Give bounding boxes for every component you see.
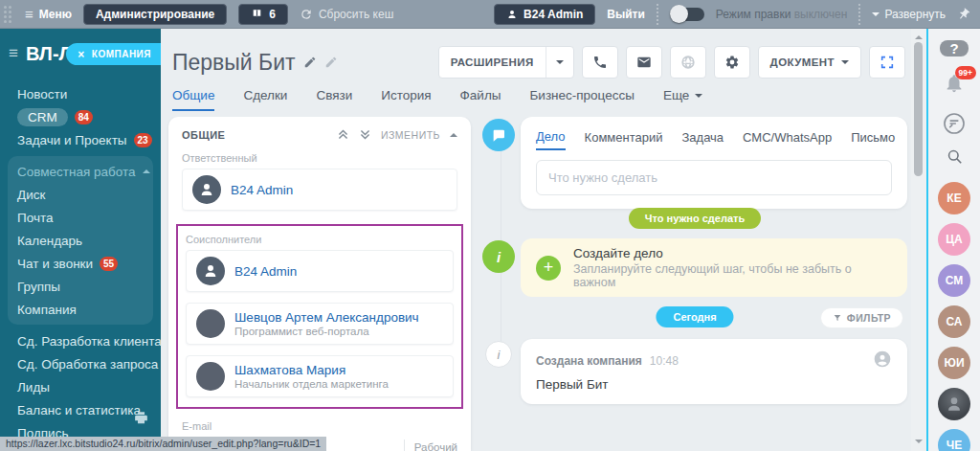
expand-topbar-button[interactable]: Развернуть <box>872 8 946 21</box>
activity-tab-comment[interactable]: Комментарий <box>585 130 663 149</box>
user-button[interactable]: B24 Admin <box>494 4 595 25</box>
logout-link[interactable]: Выйти <box>607 8 645 21</box>
tab-relations[interactable]: Связи <box>316 88 352 109</box>
globe-icon <box>680 55 696 70</box>
expand-all-icon[interactable] <box>359 128 371 141</box>
close-icon[interactable]: × <box>78 48 85 61</box>
website-button[interactable] <box>670 46 706 79</box>
recent-user-avatar[interactable]: СМ <box>938 264 970 297</box>
event-body: Первый Бит <box>536 377 892 392</box>
menu-button[interactable]: ≡ Меню <box>25 6 72 22</box>
entity-tabs: Общие Сделки Связи История Файлы Бизнес-… <box>161 82 911 117</box>
edit-title-icon-secondary[interactable] <box>324 56 338 69</box>
todo-input[interactable] <box>536 160 892 195</box>
mail-icon <box>636 55 652 70</box>
extensions-button[interactable]: РАСШИРЕНИЯ <box>438 46 574 79</box>
edit-title-icon[interactable] <box>303 56 317 69</box>
coexecutor-row[interactable]: Шахматова Мария Начальник отдела маркети… <box>186 355 454 397</box>
chevron-up-icon <box>143 166 150 173</box>
timeline-column: Дело Комментарий Задача СМС/WhatsApp Пис… <box>482 117 907 451</box>
help-button[interactable]: ? <box>940 40 969 56</box>
activity-tab-deal[interactable]: Дело <box>536 129 566 150</box>
tasks-counter-badge: 23 <box>134 133 152 147</box>
tab-more[interactable]: Еще <box>663 88 702 109</box>
sidebar-item-calendar[interactable]: Календарь <box>8 229 153 252</box>
feedback-button[interactable] <box>940 110 969 137</box>
scroll-down-arrow[interactable] <box>915 440 923 447</box>
activity-tab-letter[interactable]: Письмо <box>851 130 895 149</box>
sidebar-item-news[interactable]: Новости <box>0 82 161 105</box>
company-filter-badge[interactable]: × КОМПАНИЯ <box>66 43 161 65</box>
crm-counter-badge: 84 <box>75 110 93 124</box>
sidebar-item-request-processing[interactable]: Сд. Обработка запроса <box>0 352 161 375</box>
document-button[interactable]: ДОКУМЕНТ <box>758 46 861 79</box>
sidebar-item-collaboration[interactable]: Совместная работа <box>8 160 153 183</box>
activity-tab-sms[interactable]: СМС/WhatsApp <box>743 130 832 149</box>
refresh-icon <box>300 8 313 21</box>
search-icon <box>946 147 964 166</box>
sidebar-item-tasks[interactable]: Задачи и Проекты 23 <box>0 128 161 151</box>
call-button[interactable] <box>582 46 618 79</box>
recent-user-avatar[interactable]: КЕ <box>938 182 970 214</box>
scroll-up-arrow[interactable] <box>915 32 923 39</box>
activity-tab-task[interactable]: Задача <box>681 130 724 149</box>
collapse-section-icon[interactable] <box>450 131 457 139</box>
responsible-row[interactable]: B24 Admin <box>182 169 457 211</box>
settings-button[interactable] <box>714 46 750 79</box>
tab-deals[interactable]: Сделки <box>243 88 287 109</box>
tab-history[interactable]: История <box>381 88 431 109</box>
responsible-label: Ответственный <box>182 152 457 164</box>
main-content: Первый Бит РАСШИРЕНИЯ ДОКУМЕНТ <box>161 29 911 451</box>
scrollbar-thumb[interactable] <box>914 42 923 176</box>
sidebar-item-leads[interactable]: Лиды <box>0 375 161 398</box>
email-label: E-mail <box>182 420 457 432</box>
drag-grip-icon[interactable] <box>4 6 11 23</box>
add-activity-icon[interactable]: + <box>536 256 561 281</box>
fullscreen-button[interactable] <box>869 46 905 79</box>
chevron-down-icon <box>695 94 702 101</box>
tab-bizproc[interactable]: Бизнес-процессы <box>529 88 634 109</box>
sidebar-item-client-dev[interactable]: Сд. Разработка клиента <box>0 329 161 352</box>
recent-user-avatar[interactable]: СА <box>938 305 970 338</box>
filter-button[interactable]: Фильтр <box>820 307 903 328</box>
sidebar-item-groups[interactable]: Группы <box>8 275 153 298</box>
sidebar-item-mail[interactable]: Почта <box>8 206 153 229</box>
email-button[interactable] <box>626 46 662 79</box>
recent-user-avatar[interactable]: ЧЕ <box>938 429 970 451</box>
pin-icon[interactable] <box>954 5 973 24</box>
printer-icon[interactable] <box>133 410 149 430</box>
reset-cache-button[interactable]: Сбросить кеш <box>300 8 393 21</box>
coexecutor-row[interactable]: B24 Admin <box>186 250 454 292</box>
admin-counter-button[interactable]: 6 <box>238 4 288 25</box>
coexecutors-label: Соисполнители <box>186 234 454 245</box>
person-icon <box>945 395 964 414</box>
sidebar-item-crm[interactable]: CRM 84 <box>0 105 161 128</box>
toggle-knob <box>670 5 688 23</box>
recent-user-avatar-photo[interactable] <box>938 388 970 420</box>
tab-general[interactable]: Общие <box>172 88 214 111</box>
chat-counter-badge: 55 <box>100 257 118 271</box>
collapse-all-icon[interactable] <box>337 128 349 141</box>
administration-button[interactable]: Администрирование <box>83 4 227 25</box>
edit-mode-toggle[interactable] <box>670 8 704 21</box>
avatar <box>192 175 221 204</box>
extensions-dropdown[interactable] <box>546 47 573 78</box>
notifications-badge: 99+ <box>955 66 976 79</box>
chevron-down-icon <box>556 60 564 68</box>
sidebar-hamburger-icon[interactable]: ≡ <box>9 44 18 63</box>
coexecutors-highlight-box: Соисполнители B24 Admin Шевцов Артем Але… <box>176 224 463 409</box>
notifications-button[interactable]: 99+ <box>944 73 965 98</box>
responsible-name[interactable]: B24 Admin <box>231 183 293 197</box>
recent-user-avatar[interactable]: ЦА <box>938 223 970 256</box>
sidebar-item-company[interactable]: Компания <box>8 298 153 321</box>
event-author-icon[interactable] <box>873 350 892 372</box>
menu-label: Меню <box>39 8 72 21</box>
recent-user-avatar[interactable]: ЮИ <box>938 347 970 379</box>
sidebar-item-chat[interactable]: Чат и звонки 55 <box>8 252 153 275</box>
sidebar-item-disk[interactable]: Диск <box>8 183 153 206</box>
coexecutor-row[interactable]: Шевцов Артем Александрович Программист в… <box>186 303 454 345</box>
tab-files[interactable]: Файлы <box>460 88 501 109</box>
search-button[interactable] <box>946 147 964 169</box>
admin-counter-value: 6 <box>269 8 276 21</box>
edit-fields-link[interactable]: изменить <box>381 129 440 141</box>
